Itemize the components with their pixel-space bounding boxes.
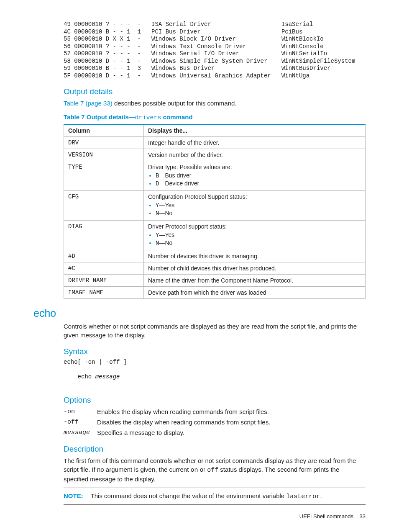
table-row: DRVInteger handle of the driver. xyxy=(64,137,366,149)
option-term: message xyxy=(64,428,97,437)
table-row: VERSIONVersion number of the driver. xyxy=(64,149,366,161)
cell-desc: Configuration Protocol Support status:Y—… xyxy=(144,191,366,221)
text: command xyxy=(161,113,193,121)
options-list: -onEnables the display when reading comm… xyxy=(64,407,366,437)
table-row: #DNumber of devices this driver is manag… xyxy=(64,250,366,262)
table-row: DRIVER NAMEName of the driver from the C… xyxy=(64,275,366,287)
cell-desc: Number of devices this driver is managin… xyxy=(144,250,366,262)
note-text: This command does not change the value o… xyxy=(91,492,286,499)
option-row: -offDisables the display when reading co… xyxy=(64,418,366,427)
option-desc: Specifies a message to display. xyxy=(97,428,184,437)
paragraph: Controls whether or not script commands … xyxy=(64,322,366,339)
option-desc: Disables the display when reading comman… xyxy=(97,418,270,427)
cell-desc: Driver Protocol support status:Y—YesN—No xyxy=(144,221,366,250)
cell-column: DRV xyxy=(64,137,144,149)
bullet-item: N—No xyxy=(156,239,361,247)
bullet-item: Y—Yes xyxy=(156,231,361,239)
option-row: -onEnables the display when reading comm… xyxy=(64,407,366,416)
cell-desc: Device path from which the driver was lo… xyxy=(144,287,366,299)
text: describes possible output for this comma… xyxy=(113,100,237,107)
cell-column: #D xyxy=(64,250,144,262)
text: or xyxy=(198,466,207,473)
cell-column: VERSION xyxy=(64,149,144,161)
footer-page-number: 33 xyxy=(360,513,366,519)
paragraph: The first form of this command controls … xyxy=(64,456,366,483)
heading-output-details: Output details xyxy=(64,87,366,96)
page-footer: UEFI Shell commands 33 xyxy=(299,513,366,519)
code-output-block: 49 00000010 ? - - - - ISA Serial Driver … xyxy=(64,21,366,80)
paragraph: Table 7 (page 33) describes possible out… xyxy=(64,99,366,108)
table-row: CFGConfiguration Protocol Support status… xyxy=(64,191,366,221)
code-text: off xyxy=(207,467,218,474)
syntax-line: echo[ -on | -off ] xyxy=(64,359,366,366)
cell-desc: Number of child devices this driver has … xyxy=(144,262,366,275)
code-text: lasterror xyxy=(286,493,320,500)
table-row: #CNumber of child devices this driver ha… xyxy=(64,262,366,275)
table-row: TYPEDriver type. Possible values are:B—B… xyxy=(64,161,366,191)
output-details-table: Column Displays the... DRVInteger handle… xyxy=(64,124,366,299)
code-text: echo xyxy=(78,373,95,380)
option-term: -on xyxy=(64,407,97,416)
arg-text: message xyxy=(95,373,120,380)
footer-section: UEFI Shell commands xyxy=(299,513,353,519)
table-caption: Table 7 Output details—drivers command xyxy=(64,113,366,121)
option-term: -off xyxy=(64,418,97,427)
table-row: IMAGE NAMEDevice path from which the dri… xyxy=(64,287,366,299)
cell-column: #C xyxy=(64,262,144,275)
bullet-item: N—No xyxy=(156,210,361,218)
heading-syntax: Syntax xyxy=(64,347,366,356)
cell-desc: Name of the driver from the Component Na… xyxy=(144,275,366,287)
heading-echo: echo xyxy=(33,307,366,319)
heading-options: Options xyxy=(64,396,366,405)
code-text: drivers xyxy=(135,114,161,121)
option-row: messageSpecifies a message to display. xyxy=(64,428,366,437)
cell-column: CFG xyxy=(64,191,144,221)
table-ref-link[interactable]: Table 7 (page 33) xyxy=(64,100,113,107)
table-row: DIAGDriver Protocol support status:Y—Yes… xyxy=(64,221,366,250)
cell-desc: Integer handle of the driver. xyxy=(144,137,366,149)
bullet-item: B—Bus driver xyxy=(156,172,361,180)
cell-column: DIAG xyxy=(64,221,144,250)
cell-column: IMAGE NAME xyxy=(64,287,144,299)
option-desc: Enables the display when reading command… xyxy=(97,407,269,416)
text: Table 7 Output details— xyxy=(64,113,135,121)
th-column: Column xyxy=(64,124,144,137)
cell-desc: Driver type. Possible values are:B—Bus d… xyxy=(144,161,366,191)
note-box: NOTE: This command does not change the v… xyxy=(64,488,366,505)
cell-column: DRIVER NAME xyxy=(64,275,144,287)
bullet-item: D—Device driver xyxy=(156,180,361,188)
heading-description: Description xyxy=(64,445,366,454)
note-label: NOTE: xyxy=(64,492,83,499)
bullet-item: Y—Yes xyxy=(156,202,361,210)
syntax-line: echo message xyxy=(64,366,366,388)
th-displays: Displays the... xyxy=(144,124,366,137)
cell-desc: Version number of the driver. xyxy=(144,149,366,161)
code-text: on xyxy=(190,467,198,474)
note-text: . xyxy=(320,492,322,499)
cell-column: TYPE xyxy=(64,161,144,191)
